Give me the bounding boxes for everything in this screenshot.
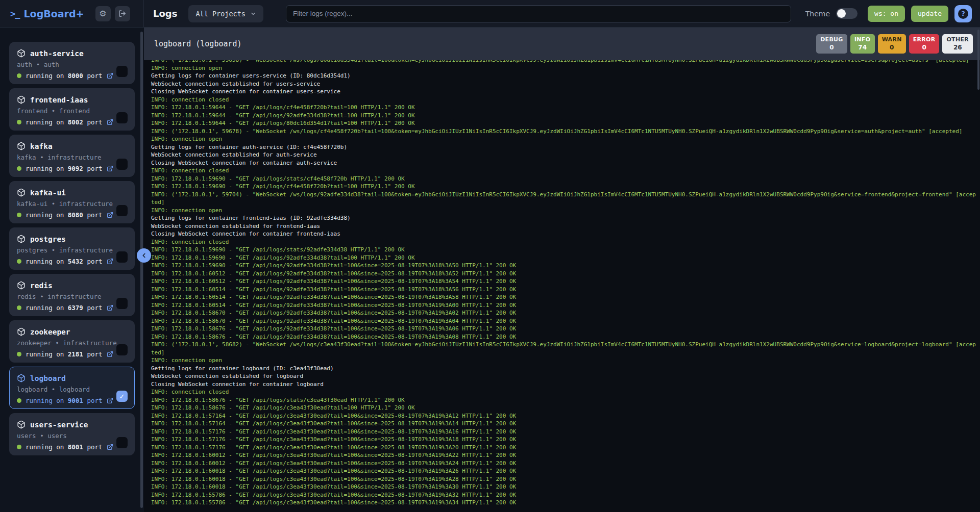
- service-checkbox[interactable]: ✓: [116, 391, 128, 402]
- logout-button[interactable]: [115, 6, 130, 21]
- service-checkbox[interactable]: [116, 66, 128, 77]
- log-line: INFO: 172.18.0.1:58676 - "GET /api/logs/…: [151, 396, 976, 404]
- service-checkbox[interactable]: [116, 112, 128, 123]
- running-status-dot: [17, 352, 21, 356]
- external-link-icon[interactable]: [107, 212, 113, 218]
- service-checkbox[interactable]: [116, 298, 128, 309]
- service-checkbox[interactable]: [116, 437, 128, 448]
- badge-debug[interactable]: DEBUG0: [816, 34, 847, 54]
- badge-count: 0: [882, 44, 902, 51]
- log-scrollbar[interactable]: [977, 30, 979, 90]
- service-name: logboard: [30, 374, 66, 382]
- badge-error[interactable]: ERROR0: [909, 34, 940, 54]
- theme-label: Theme: [805, 10, 830, 18]
- service-list: auth-serviceauth • authrunning on 8000 p…: [9, 42, 144, 455]
- log-line: INFO: 172.18.0.1:60012 - "GET /api/logs/…: [151, 459, 976, 468]
- terminal-prompt-icon: >_: [10, 9, 19, 19]
- log-line: INFO: 172.18.0.1:59644 - "GET /api/logs/…: [151, 119, 976, 127]
- service-card-redis[interactable]: redisredis • infrastructurerunning on 63…: [9, 274, 135, 316]
- external-link-icon[interactable]: [107, 304, 113, 311]
- container-cube-icon: [17, 95, 26, 104]
- log-line: INFO: connection open: [151, 356, 976, 365]
- project-selector-dropdown[interactable]: All Projects: [188, 5, 263, 22]
- log-line: INFO: 172.18.0.1:60018 - "GET /api/logs/…: [151, 483, 976, 491]
- running-status-dot: [17, 305, 21, 310]
- log-line: INFO: 172.18.0.1:60018 - "GET /api/logs/…: [151, 467, 976, 475]
- service-card-logboard[interactable]: logboardlogboard • logboardrunning on 90…: [9, 367, 135, 409]
- settings-button[interactable]: ⚙: [95, 6, 111, 21]
- log-line: INFO: 172.18.0.1:59644 - "GET /api/logs/…: [151, 112, 976, 120]
- external-link-icon[interactable]: [107, 72, 113, 79]
- service-subtitle: kafka-ui • infrastructure: [17, 200, 127, 208]
- service-status: running on 8000 port: [17, 72, 127, 80]
- sidebar-scrollbar[interactable]: [140, 32, 143, 508]
- log-line: INFO: 172.18.0.1:58676 - "GET /api/logs/…: [151, 333, 976, 341]
- help-button[interactable]: ?: [954, 5, 972, 22]
- badge-info[interactable]: INFO74: [850, 34, 875, 54]
- log-line: WebSocket connection established for use…: [151, 80, 976, 88]
- service-status-text: running on 8000 port: [26, 72, 103, 80]
- service-checkbox[interactable]: [116, 205, 128, 216]
- service-name: redis: [30, 281, 53, 290]
- service-card-kafka-ui[interactable]: kafka-uikafka-ui • infrastructurerunning…: [9, 181, 135, 223]
- service-card-kafka[interactable]: kafkakafka • infrastructurerunning on 90…: [9, 135, 135, 177]
- running-status-dot: [17, 120, 21, 124]
- running-status-dot: [17, 213, 21, 217]
- service-status-text: running on 6379 port: [26, 304, 103, 312]
- log-line: WebSocket connection established for fro…: [151, 222, 976, 231]
- service-subtitle: auth • auth: [17, 61, 127, 68]
- service-subtitle: users • users: [17, 432, 127, 440]
- service-card-users-service[interactable]: users-serviceusers • usersrunning on 800…: [9, 413, 135, 455]
- external-link-icon[interactable]: [107, 444, 113, 450]
- log-line: INFO: 172.18.0.1:58670 - "GET /api/logs/…: [151, 317, 976, 325]
- log-output-area[interactable]: INFO: ('172.18.0.1', 59658) - "WebSocket…: [144, 60, 980, 512]
- badge-label: ERROR: [913, 36, 936, 43]
- service-card-frontend-iaas[interactable]: frontend-iaasfrontend • frontendrunning …: [9, 88, 135, 131]
- header-right-controls: Theme ws: on update ?: [805, 5, 972, 22]
- service-subtitle: logboard • logboard: [17, 386, 127, 393]
- badge-warn[interactable]: WARN0: [878, 34, 906, 54]
- chevron-down-icon: [250, 11, 256, 17]
- log-line: Getting logs for container frontend-iaas…: [151, 214, 976, 222]
- log-line: INFO: 172.18.0.1:59690 - "GET /api/logs/…: [151, 262, 976, 270]
- chevron-left-icon: [140, 252, 148, 259]
- log-line: INFO: 172.18.0.1:60512 - "GET /api/logs/…: [151, 270, 976, 278]
- service-status: running on 6379 port: [17, 304, 127, 312]
- log-line: INFO: connection closed: [151, 238, 976, 246]
- theme-toggle[interactable]: [836, 8, 857, 19]
- service-status: running on 5432 port: [17, 258, 127, 265]
- services-sidebar: auth-serviceauth • authrunning on 8000 p…: [0, 28, 144, 512]
- external-link-icon[interactable]: [107, 351, 113, 357]
- service-card-zookeeper[interactable]: zookeeperzookeeper • infrastructurerunni…: [9, 320, 135, 363]
- external-link-icon[interactable]: [107, 397, 113, 404]
- service-checkbox[interactable]: [116, 344, 128, 355]
- log-filter-input[interactable]: [286, 5, 791, 22]
- external-link-icon[interactable]: [107, 165, 113, 172]
- external-link-icon[interactable]: [107, 119, 113, 125]
- external-link-icon[interactable]: [107, 258, 113, 265]
- container-cube-icon: [17, 281, 26, 290]
- log-line: Closing WebSocket connection for contain…: [151, 380, 976, 389]
- service-status-text: running on 8080 port: [26, 211, 103, 219]
- service-checkbox[interactable]: [116, 159, 128, 170]
- app-brand: >_ LogBoard+: [10, 8, 84, 19]
- log-line: Getting logs for container logboard (ID:…: [151, 365, 976, 373]
- service-status: running on 9092 port: [17, 165, 127, 172]
- log-line: INFO: 172.18.0.1:60514 - "GET /api/logs/…: [151, 286, 976, 294]
- service-checkbox[interactable]: [116, 251, 128, 263]
- badge-other[interactable]: OTHER26: [942, 34, 973, 54]
- log-line: INFO: 172.18.0.1:58676 - "GET /api/logs/…: [151, 325, 976, 333]
- sidebar-collapse-button[interactable]: [137, 248, 151, 263]
- service-card-postgres[interactable]: postgrespostgres • infrastructurerunning…: [9, 227, 135, 270]
- log-line: INFO: 172.18.0.1:57164 - "GET /api/logs/…: [151, 420, 976, 428]
- badge-count: 0: [820, 44, 843, 51]
- badge-label: WARN: [882, 36, 902, 43]
- update-button[interactable]: update: [911, 6, 948, 22]
- container-cube-icon: [17, 327, 26, 336]
- service-subtitle: postgres • infrastructure: [17, 246, 127, 254]
- service-card-auth-service[interactable]: auth-serviceauth • authrunning on 8000 p…: [9, 42, 135, 84]
- log-line: INFO: connection open: [151, 135, 976, 143]
- websocket-status-badge[interactable]: ws: on: [868, 6, 905, 22]
- log-line: INFO: connection closed: [151, 96, 976, 104]
- service-subtitle: frontend • frontend: [17, 107, 127, 115]
